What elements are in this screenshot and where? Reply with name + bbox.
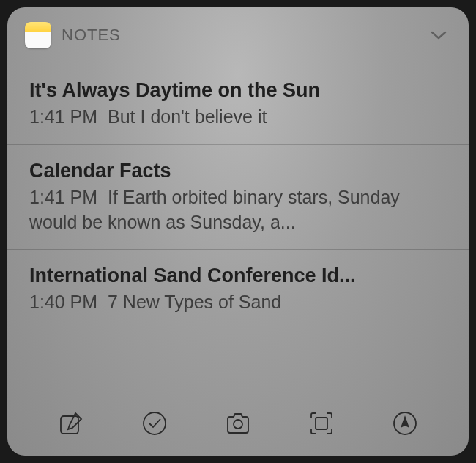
note-item[interactable]: It's Always Daytime on the Sun 1:41 PM B… (7, 64, 469, 145)
checklist-icon[interactable] (138, 407, 171, 440)
note-item[interactable]: International Sand Conference Id... 1:40… (7, 250, 469, 330)
note-time: 1:41 PM (29, 187, 97, 207)
widget-toolbar (7, 394, 469, 456)
svg-point-1 (144, 412, 166, 434)
chevron-down-icon[interactable] (426, 26, 451, 45)
note-meta: 1:41 PM If Earth orbited binary stars, S… (29, 185, 447, 235)
note-preview: But I don't believe it (108, 106, 267, 127)
note-preview: 7 New Types of Sand (108, 292, 281, 312)
note-time: 1:41 PM (29, 106, 97, 127)
notes-app-icon (25, 22, 51, 48)
note-item[interactable]: Calendar Facts 1:41 PM If Earth orbited … (7, 145, 469, 251)
compose-icon[interactable] (55, 407, 87, 440)
note-meta: 1:40 PM 7 New Types of Sand (29, 290, 447, 315)
scan-icon[interactable] (305, 407, 338, 440)
note-title: It's Always Daytime on the Sun (29, 79, 447, 102)
widget-title: NOTES (62, 26, 426, 45)
notes-list: It's Always Daytime on the Sun 1:41 PM B… (7, 57, 469, 394)
notes-widget: NOTES It's Always Daytime on the Sun 1:4… (7, 7, 469, 456)
markup-icon[interactable] (389, 407, 421, 440)
note-title: International Sand Conference Id... (29, 264, 447, 287)
widget-header: NOTES (7, 7, 469, 57)
svg-rect-3 (316, 418, 327, 429)
camera-icon[interactable] (222, 407, 254, 440)
note-time: 1:40 PM (29, 292, 97, 312)
svg-point-2 (234, 420, 242, 429)
note-meta: 1:41 PM But I don't believe it (29, 105, 447, 130)
note-title: Calendar Facts (29, 160, 447, 182)
